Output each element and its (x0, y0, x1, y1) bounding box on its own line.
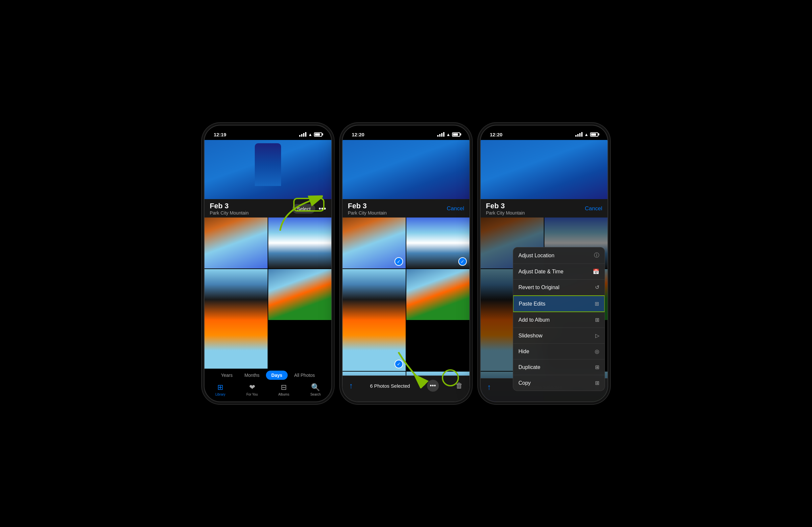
more-button-1[interactable]: ••• (319, 205, 326, 213)
menu-duplicate-label: Duplicate (519, 364, 540, 370)
copy-icon: ⊞ (595, 380, 599, 386)
bottom-action-bar-2: ↑ 6 Photos Selected ••• 🗑 (343, 376, 469, 402)
status-time-3: 12:20 (490, 132, 502, 137)
notch-1 (247, 125, 289, 137)
tab-years-1[interactable]: Years (216, 371, 238, 380)
header-date-1: Feb 3 (210, 202, 248, 210)
status-time-1: 12:19 (214, 132, 226, 137)
photo-cell-2-1[interactable]: ✓ (343, 217, 406, 268)
menu-paste-edits-label: Paste Edits (519, 301, 546, 307)
menu-add-album[interactable]: Add to Album ⊞ (513, 312, 605, 328)
battery-icon-3 (590, 132, 598, 137)
signal-icon-2 (437, 132, 445, 137)
trash-button-2[interactable]: 🗑 (455, 381, 463, 390)
tab-library-1[interactable]: ⊞ Library (204, 383, 236, 396)
photo-cell-2-5[interactable] (343, 372, 406, 376)
menu-slideshow-label: Slideshow (519, 333, 542, 339)
slideshow-icon: ▷ (595, 332, 599, 339)
header-bar-3: Feb 3 Park City Mountain Cancel (481, 199, 608, 217)
menu-slideshow[interactable]: Slideshow ▷ (513, 328, 605, 344)
header-title-1: Feb 3 Park City Mountain (210, 202, 248, 215)
check-1: ✓ (394, 257, 403, 266)
photo-cell-2-6[interactable]: ✓ (406, 372, 469, 376)
bottom-tabs-1: ⊞ Library ❤ For You ⊟ Albums 🔍 Search (204, 382, 331, 402)
check-3: ✓ (394, 360, 403, 368)
header-title-3: Feb 3 Park City Mountain (486, 202, 525, 215)
tab-albums-1[interactable]: ⊟ Albums (268, 383, 300, 396)
header-location-2: Park City Mountain (348, 210, 387, 215)
header-title-2: Feb 3 Park City Mountain (348, 202, 387, 215)
header-location-1: Park City Mountain (210, 210, 248, 215)
menu-add-album-label: Add to Album (519, 317, 550, 323)
signal-icon-1 (299, 132, 306, 137)
header-location-3: Park City Mountain (486, 210, 525, 215)
photo-cell-1-2[interactable] (268, 217, 331, 268)
header-date-2: Feb 3 (348, 202, 387, 210)
menu-adjust-date-label: Adjust Date & Time (519, 269, 564, 275)
menu-hide-label: Hide (519, 349, 529, 355)
phone-2: 12:20 ▲ (342, 125, 470, 402)
hide-icon: ◎ (595, 348, 599, 355)
duplicate-icon: ⊞ (595, 364, 599, 370)
share-button-2[interactable]: ↑ (349, 381, 353, 390)
status-icons-2: ▲ (437, 132, 460, 137)
share-button-3[interactable]: ↑ (487, 382, 491, 392)
photo-cell-1-1[interactable] (204, 217, 267, 268)
menu-revert[interactable]: Revert to Original ↺ (513, 280, 605, 295)
tab-days-1[interactable]: Days (266, 371, 287, 380)
phone-3: 12:20 ▲ (480, 125, 608, 402)
hero-image-1 (204, 140, 331, 199)
battery-icon-2 (452, 132, 460, 137)
hero-image-3 (481, 140, 608, 199)
status-icons-1: ▲ (299, 132, 322, 137)
select-button-1[interactable]: Select (292, 204, 315, 213)
phones-container: 12:19 ▲ (204, 125, 608, 402)
photo-grid-1 (204, 217, 331, 368)
more-button-2[interactable]: ••• (427, 380, 439, 392)
tab-months-1[interactable]: Months (239, 371, 265, 380)
header-actions-1: Select ••• (292, 204, 326, 213)
menu-revert-label: Revert to Original (519, 285, 560, 290)
signal-icon-3 (575, 132, 582, 137)
context-menu-3: Adjust Location ⓘ Adjust Date & Time 📅 R… (513, 247, 605, 391)
selected-count-2: 6 Photos Selected (370, 383, 410, 389)
check-2: ✓ (458, 257, 467, 266)
paste-edits-icon: ⊞ (595, 301, 599, 307)
status-icons-3: ▲ (575, 132, 598, 137)
notch-3 (523, 125, 565, 137)
add-album-icon: ⊞ (595, 317, 599, 323)
photo-grid-2: ✓ ✓ ✓ ✓ ✓ (343, 217, 469, 376)
photo-cell-2-3[interactable]: ✓ (343, 269, 406, 371)
tab-pills-1: Years Months Days All Photos (204, 368, 331, 382)
adjust-date-icon: 📅 (593, 268, 599, 275)
revert-icon: ↺ (595, 284, 599, 290)
cancel-button-2[interactable]: Cancel (447, 205, 464, 212)
menu-copy[interactable]: Copy ⊞ (513, 375, 605, 391)
wifi-icon-1: ▲ (308, 132, 312, 137)
header-date-3: Feb 3 (486, 202, 525, 210)
menu-paste-edits[interactable]: Paste Edits ⊞ (513, 295, 605, 312)
photo-cell-2-2[interactable]: ✓ (406, 217, 469, 268)
hero-image-2 (343, 140, 469, 199)
tab-all-photos-1[interactable]: All Photos (289, 371, 320, 380)
menu-adjust-date[interactable]: Adjust Date & Time 📅 (513, 264, 605, 280)
menu-hide[interactable]: Hide ◎ (513, 344, 605, 359)
photo-cell-2-4[interactable] (406, 269, 469, 320)
wifi-icon-3: ▲ (584, 132, 589, 137)
menu-copy-label: Copy (519, 380, 531, 386)
tab-for-you-1[interactable]: ❤ For You (236, 383, 268, 396)
adjust-location-icon: ⓘ (594, 252, 599, 259)
header-bar-2: Feb 3 Park City Mountain Cancel (343, 199, 469, 217)
tab-search-1[interactable]: 🔍 Search (300, 383, 332, 396)
photo-cell-1-3[interactable] (204, 269, 267, 368)
notch-2 (385, 125, 427, 137)
menu-adjust-location[interactable]: Adjust Location ⓘ (513, 247, 605, 264)
photo-cell-1-4[interactable] (268, 269, 331, 320)
menu-duplicate[interactable]: Duplicate ⊞ (513, 359, 605, 375)
status-time-2: 12:20 (352, 132, 364, 137)
menu-adjust-location-label: Adjust Location (519, 253, 554, 259)
cancel-button-3[interactable]: Cancel (585, 205, 602, 212)
phone-1: 12:19 ▲ (204, 125, 332, 402)
wifi-icon-2: ▲ (446, 132, 450, 137)
header-bar-1: Feb 3 Park City Mountain Select ••• (204, 199, 331, 217)
